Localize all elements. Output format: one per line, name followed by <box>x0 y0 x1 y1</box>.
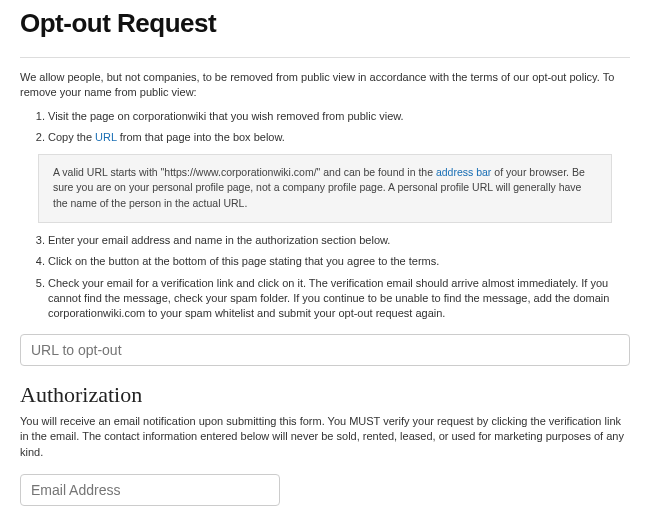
step-4: Click on the button at the bottom of thi… <box>48 254 630 269</box>
step-2-text-a: Copy the <box>48 131 95 143</box>
step-3: Enter your email address and name in the… <box>48 233 630 248</box>
url-note-box: A valid URL starts with "https://www.cor… <box>38 154 612 223</box>
step-2-text-b: from that page into the box below. <box>117 131 285 143</box>
address-bar-link[interactable]: address bar <box>436 166 491 178</box>
step-2: Copy the URL from that page into the box… <box>48 130 630 145</box>
step-1: Visit the page on corporationwiki that y… <box>48 109 630 124</box>
email-input[interactable] <box>20 474 280 506</box>
note-text-a: A valid URL starts with "https://www.cor… <box>53 166 436 178</box>
step-5: Check your email for a verification link… <box>48 276 630 322</box>
url-input[interactable] <box>20 334 630 366</box>
intro-text: We allow people, but not companies, to b… <box>20 70 630 101</box>
page-title: Opt-out Request <box>20 8 630 39</box>
url-link[interactable]: URL <box>95 131 117 143</box>
authorization-text: You will receive an email notification u… <box>20 414 630 460</box>
authorization-heading: Authorization <box>20 382 630 408</box>
divider <box>20 57 630 58</box>
